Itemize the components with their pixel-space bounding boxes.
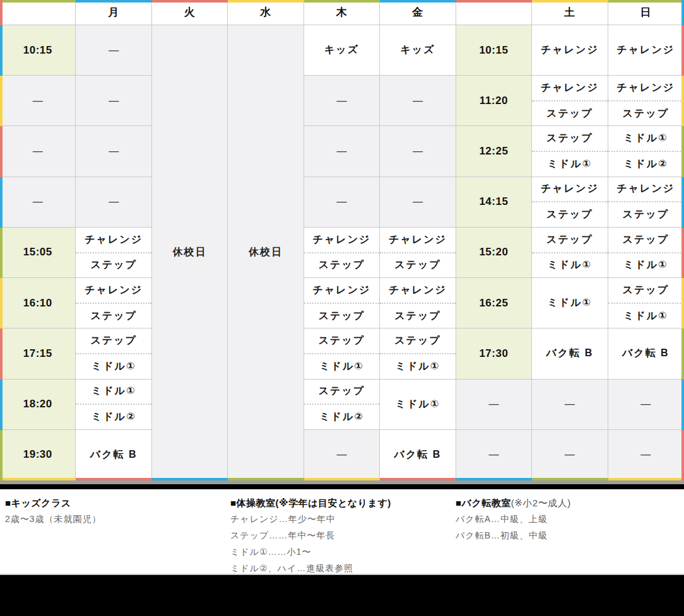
blank-header-cell — [456, 0, 532, 25]
class-label: ステップ — [623, 208, 669, 221]
empty-time-cell-time-left-row4: — — [0, 177, 76, 228]
class-slot: ステップ — [608, 228, 683, 252]
class-cell-sun-row2: チャレンジステップ — [608, 76, 684, 126]
class-label: ステップ — [546, 233, 593, 247]
class-label: ステップ — [546, 107, 593, 120]
legend-block-1: ■キッズクラス2歳〜3歳（未就園児） — [5, 496, 102, 527]
time-label: 17:15 — [23, 347, 52, 360]
empty-cell-fri-row4: — — [380, 177, 456, 228]
class-slot: ステップ — [532, 126, 607, 151]
class-label: ミドル① — [623, 132, 668, 145]
time-cell-time-right-row1: 10:15 — [456, 25, 532, 76]
class-label: ミドル② — [91, 410, 136, 424]
dash-label: — — [640, 449, 651, 460]
class-slot: ステップ — [380, 252, 455, 278]
class-cell-mon-row5: チャレンジステップ — [76, 228, 151, 278]
class-slot: ミドル① — [304, 353, 379, 379]
day-header-fri: 金 — [380, 0, 456, 25]
class-label: ステップ — [394, 310, 441, 323]
closed-day-cell-tue: 休校日 — [152, 25, 228, 480]
class-label: ミドル① — [547, 296, 592, 310]
time-label: 14:15 — [479, 195, 508, 208]
class-slot: ステップ — [304, 252, 379, 278]
empty-cell-sun-row9: — — [608, 430, 684, 480]
dash-label: — — [488, 449, 498, 460]
class-slot: ミドル① — [608, 126, 683, 151]
dash-label: — — [336, 449, 346, 460]
class-label: チャレンジ — [616, 182, 675, 195]
dash-label: — — [413, 95, 423, 107]
class-cell-sun-row3: ミドル①ミドル② — [608, 126, 684, 177]
class-cell-thu-row6: チャレンジステップ — [304, 278, 380, 328]
empty-cell-fri-row2: — — [380, 76, 456, 126]
time-cell-time-right-row4: 14:15 — [456, 177, 532, 228]
class-slot: チャレンジ — [304, 278, 379, 303]
dash-label: — — [413, 196, 423, 207]
class-label: チャレンジ — [389, 233, 447, 247]
time-label: 15:20 — [479, 246, 508, 259]
day-header-tue: 火 — [152, 0, 228, 25]
empty-cell-thu-row4: — — [304, 177, 380, 228]
dash-label: — — [33, 95, 43, 107]
class-label: チャレンジ — [541, 182, 599, 195]
time-label: 10:15 — [23, 44, 52, 57]
empty-cell-mon-row4: — — [76, 177, 151, 228]
class-slot: チャレンジ — [76, 228, 151, 252]
class-slot: チャレンジ — [380, 278, 455, 303]
class-slot: ミドル① — [380, 353, 455, 379]
class-slot: ステップ — [380, 328, 455, 353]
class-label: ステップ — [623, 284, 669, 297]
empty-cell-sun-row8: — — [608, 380, 684, 430]
time-label: 16:25 — [479, 297, 508, 310]
legend-title-text: ■キッズクラス — [5, 497, 71, 508]
class-label: ステップ — [90, 310, 137, 323]
class-label: キッズ — [400, 44, 435, 57]
day-header-mon: 月 — [76, 0, 151, 25]
class-cell-fri-row7: ステップミドル① — [380, 328, 456, 379]
day-header-label: 火 — [184, 5, 196, 20]
class-cell-fri-row9: バク転 B — [380, 430, 456, 480]
class-cell-sat-row7: バク転 B — [532, 328, 608, 379]
empty-time-cell-time-left-row2: — — [0, 76, 76, 126]
class-cell-fri-row5: チャレンジステップ — [380, 228, 456, 278]
class-cell-mon-row6: チャレンジステップ — [76, 278, 151, 328]
time-label: 16:10 — [23, 297, 52, 310]
class-cell-sun-row6: ステップミドル① — [608, 278, 684, 328]
class-slot: ミドル① — [532, 151, 607, 177]
time-cell-time-left-row8: 18:20 — [0, 380, 76, 430]
class-label: チャレンジ — [313, 284, 371, 297]
class-label: バク転 B — [90, 448, 138, 462]
class-slot: ステップ — [380, 303, 455, 328]
class-cell-sun-row5: ステップミドル① — [608, 228, 684, 278]
legend-title-text: ■バク転教室 — [456, 497, 511, 508]
time-cell-time-left-row5: 15:05 — [0, 228, 76, 278]
class-cell-fri-row8: ミドル① — [380, 380, 456, 430]
empty-cell-sat-row8: — — [532, 380, 608, 430]
class-slot: ステップ — [608, 278, 683, 303]
class-cell-sat-row2: チャレンジステップ — [532, 76, 608, 126]
class-label: キッズ — [324, 44, 359, 57]
legend-title-text: ■体操教室(※学年は目安となります) — [230, 497, 391, 508]
day-header-label: 金 — [412, 5, 423, 20]
class-cell-sun-row7: バク転 B — [608, 328, 684, 379]
legend-line: ミドル②、ハイ…進級表参照 — [230, 560, 391, 576]
dash-label: — — [336, 95, 346, 107]
class-label: チャレンジ — [541, 81, 599, 95]
day-header-sat: 土 — [532, 0, 608, 25]
class-label: ミドル① — [319, 360, 364, 373]
empty-time-cell-time-left-row3: — — [0, 126, 76, 177]
time-cell-time-left-row9: 19:30 — [0, 430, 76, 480]
class-cell-sun-row1: チャレンジ — [608, 25, 684, 76]
time-cell-time-right-row5: 15:20 — [456, 228, 532, 278]
class-slot: ステップ — [304, 328, 379, 353]
class-label: ステップ — [319, 334, 365, 347]
class-label: バク転 B — [394, 448, 442, 462]
time-label: 17:30 — [479, 347, 508, 360]
class-label: ミドル① — [547, 259, 592, 272]
class-label: ステップ — [90, 259, 137, 272]
class-slot: ステップ — [532, 228, 607, 252]
dash-label: — — [109, 196, 119, 207]
legend-title: ■バク転教室(※小2〜成人) — [456, 496, 571, 511]
day-header-label: 日 — [640, 5, 652, 20]
dash-label: — — [336, 196, 346, 207]
